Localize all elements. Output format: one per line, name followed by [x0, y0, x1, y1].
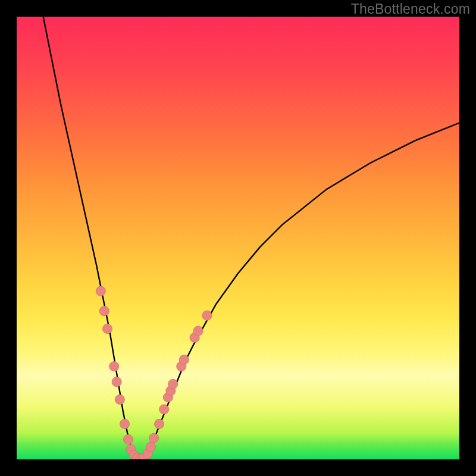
curve-marker [109, 362, 119, 371]
curve-marker [202, 311, 212, 320]
watermark-text: TheBottleneck.com [351, 1, 470, 17]
curve-marker [193, 326, 203, 336]
curve-marker [120, 419, 129, 428]
curve-marker [179, 355, 189, 364]
curve-marker [149, 433, 158, 443]
bottleneck-curve [43, 17, 459, 459]
chart-plot-area [17, 17, 459, 459]
curve-marker [146, 442, 155, 452]
curve-marker [102, 324, 112, 333]
curve-markers [96, 286, 212, 459]
curve-marker [168, 379, 177, 389]
chart-svg [17, 17, 459, 459]
curve-marker [99, 306, 109, 316]
curve-marker [96, 286, 105, 296]
curve-marker [154, 419, 164, 428]
curve-marker [159, 405, 169, 414]
chart-frame: TheBottleneck.com [0, 0, 476, 476]
curve-marker [123, 434, 133, 444]
curve-marker [112, 377, 121, 387]
curve-marker [115, 394, 124, 404]
